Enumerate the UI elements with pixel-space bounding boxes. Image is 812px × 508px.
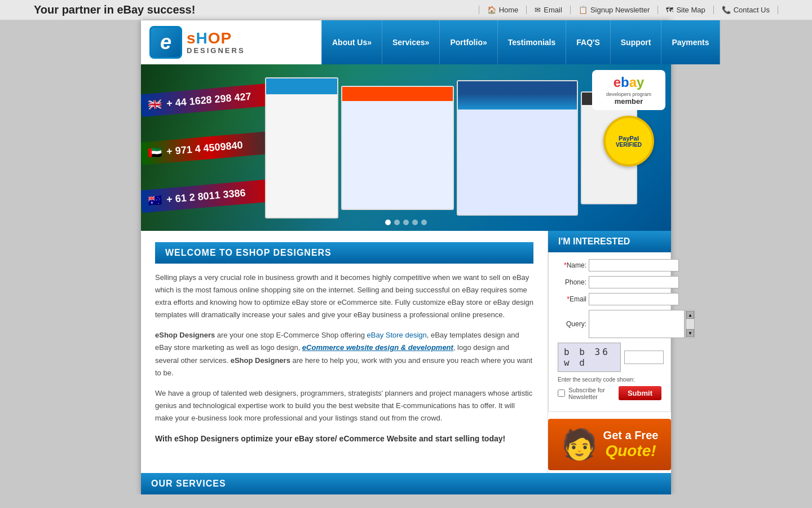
brand-name: eShop Designers <box>155 331 215 339</box>
email-label: Email <box>544 6 562 14</box>
newsletter-label: Signup Newsletter <box>590 6 650 14</box>
sitemap-link[interactable]: 🗺 Site Map <box>658 6 713 14</box>
name-input[interactable] <box>589 259 679 271</box>
dot-5[interactable] <box>421 220 427 225</box>
uae-number: + 971 4 4509840 <box>166 139 243 157</box>
top-links: 🏠 Home ✉ Email 📋 Signup Newsletter 🗺 Sit… <box>479 6 778 14</box>
nav-services[interactable]: Services» <box>382 20 440 64</box>
home-label: Home <box>499 6 519 14</box>
dot-3[interactable] <box>403 220 409 225</box>
phone-row: Phone: <box>555 276 664 288</box>
main-wrapper: e sHOP DESIGNERS About Us» Services» Por… <box>141 20 671 494</box>
ebay-badge: ebay developers program member <box>592 70 665 110</box>
hero-screens <box>265 70 570 225</box>
phone-au: 🇦🇺 + 61 2 8011 3386 <box>141 178 277 213</box>
uae-flag: 🇦🇪 <box>147 145 162 160</box>
nav-support[interactable]: Support <box>611 20 662 64</box>
dot-1[interactable] <box>385 220 391 225</box>
logo-e-letter: e <box>149 26 182 59</box>
our-services-bar: OUR SERVICES <box>141 473 671 494</box>
ebay-a: a <box>629 75 637 90</box>
email-row: *Email <box>555 293 664 305</box>
welcome-para-2: eShop Designers are your one stop E-Comm… <box>155 329 533 379</box>
submit-button[interactable]: Submit <box>619 386 661 400</box>
captcha-input[interactable] <box>624 351 664 364</box>
email-link[interactable]: ✉ Email <box>527 6 571 14</box>
dot-2[interactable] <box>394 220 400 225</box>
welcome-header: WELCOME TO ESHOP DESIGNERS <box>155 242 533 264</box>
site-header: e sHOP DESIGNERS About Us» Services» Por… <box>141 20 671 64</box>
uk-flag: 🇬🇧 <box>147 97 162 112</box>
hero-phones: 🇬🇧 + 44 1628 298 427 🇦🇪 + 971 4 4509840 … <box>141 64 282 231</box>
main-nav: About Us» Services» Portfolio» Testimoni… <box>321 20 720 64</box>
scroll-down[interactable]: ▼ <box>686 329 694 337</box>
phone-input[interactable] <box>589 276 679 288</box>
logo-box[interactable]: e sHOP DESIGNERS <box>149 26 245 59</box>
dot-4[interactable] <box>412 220 418 225</box>
nav-about-us[interactable]: About Us» <box>321 20 382 64</box>
ebay-b: b <box>621 75 629 90</box>
email-label: *Email <box>555 295 586 303</box>
quote-text-area: Get a Free Quote! <box>603 429 659 460</box>
top-bar: Your partner in eBay success! 🏠 Home ✉ E… <box>0 0 812 20</box>
nav-payments[interactable]: Payments <box>661 20 720 64</box>
contact-icon: 📞 <box>722 6 731 14</box>
captcha-area: b b 36 w d <box>555 343 664 372</box>
required-star-2: * <box>567 295 570 303</box>
nav-testimonials[interactable]: Testimonials <box>498 20 567 64</box>
nav-faqs[interactable]: FAQ'S <box>566 20 610 64</box>
hero-dots <box>385 220 427 225</box>
newsletter-row: Subscribe for Newsletter Submit <box>555 386 664 400</box>
name-label: *Name: <box>555 261 586 269</box>
highlight-bold: With eShop Designers optimize your eBay … <box>155 434 505 443</box>
query-row: Query: ▲ ▼ <box>555 310 664 338</box>
interested-header: I'M INTERESTED <box>548 231 671 252</box>
main-content: WELCOME TO ESHOP DESIGNERS Selling plays… <box>141 231 548 473</box>
hero-banner: 🇬🇧 + 44 1628 298 427 🇦🇪 + 971 4 4509840 … <box>141 64 671 231</box>
newsletter-checkbox[interactable] <box>558 389 565 397</box>
paypal-badge: PayPal VERIFIED <box>603 116 654 167</box>
logo-text-area: sHOP DESIGNERS <box>187 30 245 55</box>
screen-inner-1 <box>266 78 337 217</box>
contact-link[interactable]: 📞 Contact Us <box>714 6 778 14</box>
newsletter-link[interactable]: 📋 Signup Newsletter <box>571 6 659 14</box>
free-quote-banner[interactable]: 🧑 Get a Free Quote! <box>548 419 671 470</box>
query-textarea[interactable] <box>589 310 685 338</box>
phone-label: Phone: <box>555 278 586 286</box>
newsletter-label: Subscribe for Newsletter <box>568 387 615 400</box>
screen-inner-2 <box>342 87 453 209</box>
ebay-store-link[interactable]: eBay Store design <box>367 331 427 339</box>
brand-name-2: eShop Designers <box>231 356 290 365</box>
paypal-text: PayPal <box>619 135 639 142</box>
sidebar: I'M INTERESTED *Name: Phone: *Email <box>548 231 671 473</box>
phone-uk: 🇬🇧 + 44 1628 298 427 <box>141 82 277 117</box>
content-area: WELCOME TO ESHOP DESIGNERS Selling plays… <box>141 231 671 473</box>
ecommerce-link[interactable]: eCommerce website design & development <box>302 343 453 352</box>
quote-word: Quote! <box>603 442 659 460</box>
query-wrapper: ▲ ▼ <box>589 310 695 338</box>
scroll-up[interactable]: ▲ <box>686 311 694 319</box>
email-input[interactable] <box>589 293 679 305</box>
paypal-verified: VERIFIED <box>616 142 642 148</box>
screen-inner-3 <box>458 81 577 214</box>
ebay-logo: ebay <box>599 75 659 90</box>
au-number: + 61 2 8011 3386 <box>166 186 246 205</box>
nav-portfolio[interactable]: Portfolio» <box>440 20 497 64</box>
home-link[interactable]: 🏠 Home <box>479 6 527 14</box>
required-star: * <box>564 261 567 269</box>
au-flag: 🇦🇺 <box>147 193 162 208</box>
query-label: Query: <box>555 320 586 328</box>
query-scrollbar[interactable]: ▲ ▼ <box>686 310 695 338</box>
ebay-member: member <box>599 97 659 106</box>
logo-designers: DESIGNERS <box>187 46 245 55</box>
welcome-highlight: With eShop Designers optimize your eBay … <box>155 432 533 446</box>
home-icon: 🏠 <box>487 6 496 14</box>
screen-mock-2 <box>341 86 454 210</box>
name-row: *Name: <box>555 259 664 271</box>
logo-area: e sHOP DESIGNERS <box>141 20 321 64</box>
interested-form: *Name: Phone: *Email Query: <box>548 252 671 412</box>
get-free-text: Get a Free <box>603 429 659 442</box>
ebay-e: e <box>614 75 621 90</box>
captcha-image: b b 36 w d <box>558 343 621 372</box>
screen-mock-3 <box>457 80 578 216</box>
